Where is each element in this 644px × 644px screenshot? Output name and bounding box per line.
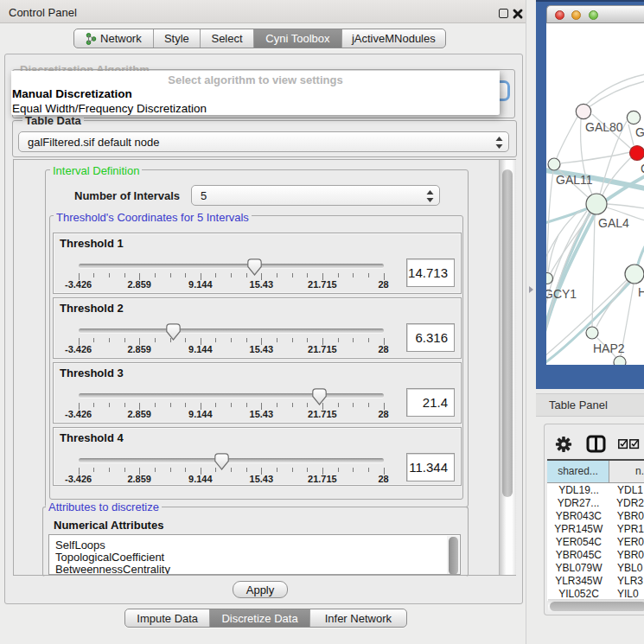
svg-text:HAP2: HAP2 — [593, 341, 625, 355]
svg-text:H: H — [638, 285, 644, 299]
svg-text:GAL11: GAL11 — [556, 173, 593, 187]
svg-text:GAL80: GAL80 — [585, 120, 623, 134]
svg-text:GAL4: GAL4 — [598, 216, 629, 230]
svg-text:GA: GA — [635, 125, 644, 139]
svg-text:C: C — [641, 162, 644, 175]
svg-text:GCY1: GCY1 — [546, 287, 577, 301]
